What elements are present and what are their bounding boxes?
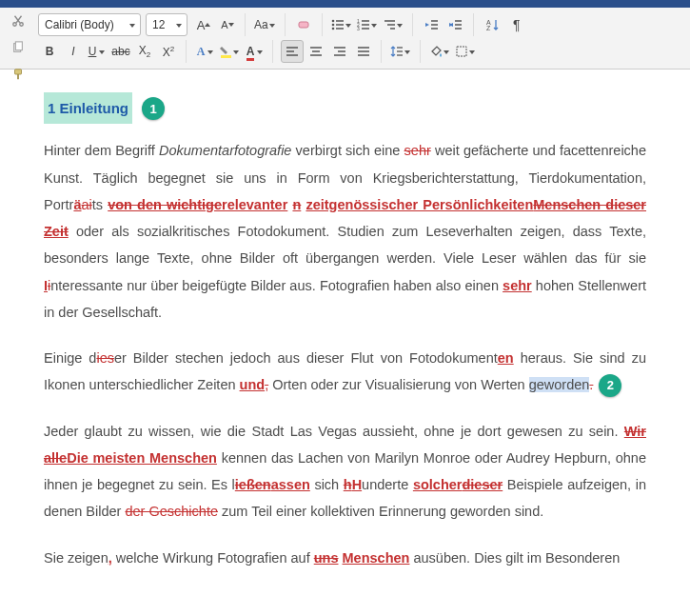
align-right-button[interactable] <box>328 40 351 63</box>
text-format-group: B I U abc X2 X2 <box>38 40 187 63</box>
borders-button[interactable] <box>454 40 479 63</box>
quick-tools <box>6 10 30 86</box>
numbered-list-button[interactable]: 123 <box>356 13 381 36</box>
caret-down-icon <box>228 22 234 28</box>
svg-point-8 <box>331 24 334 27</box>
case-group: Aa <box>253 13 286 36</box>
text: Sie zeigen <box>44 550 108 566</box>
decrease-indent-button[interactable] <box>421 13 444 36</box>
text: Jeder glaubt zu wissen, wie die Stadt La… <box>44 424 624 439</box>
align-group <box>281 40 382 63</box>
superscript-button[interactable]: X2 <box>157 40 180 63</box>
align-center-button[interactable] <box>305 40 327 63</box>
highlight-color-button[interactable] <box>218 40 243 63</box>
text-effects-button[interactable]: A <box>194 40 217 63</box>
decrease-font-button[interactable]: A <box>216 13 239 36</box>
border-icon <box>455 45 468 58</box>
numbered-list-icon: 123 <box>357 19 370 30</box>
font-group: Calibri (Body) 12 A A <box>38 13 246 36</box>
underline-button[interactable]: U <box>86 40 108 63</box>
paragraph-2: Einige dieser Bilder stechen jedoch aus … <box>44 345 646 399</box>
sort-icon: AZ <box>486 18 500 31</box>
window-titlebar <box>0 0 690 8</box>
text: oder als sozialkritisches Fotodokument. … <box>44 224 646 266</box>
svg-rect-3 <box>15 42 22 50</box>
justify-button[interactable] <box>352 40 375 63</box>
outdent-icon <box>425 19 439 30</box>
align-center-icon <box>309 46 323 57</box>
bullet-list-icon <box>331 19 345 30</box>
deleted-underline-text: n <box>292 197 301 212</box>
svg-point-0 <box>13 23 17 27</box>
clear-formatting-button[interactable] <box>293 13 316 36</box>
strike-button[interactable]: abc <box>109 40 132 63</box>
indent-group <box>421 13 474 36</box>
caret-up-icon <box>205 22 210 28</box>
align-left-icon <box>286 46 299 57</box>
text: Einige d <box>44 350 96 366</box>
annotation-badge-1: 1 <box>142 97 165 120</box>
increase-font-button[interactable]: A <box>192 13 215 36</box>
shading-button[interactable] <box>428 40 453 63</box>
svg-rect-5 <box>17 74 19 79</box>
inserted-text: zeitgenössischer Persönlichkeiten <box>306 197 533 212</box>
align-right-icon <box>333 46 346 57</box>
deleted-text: der Geschichte <box>125 504 218 519</box>
cut-button[interactable] <box>7 10 30 32</box>
change-case-button[interactable]: Aa <box>253 13 279 36</box>
copy-button[interactable] <box>7 36 30 59</box>
subscript-button[interactable]: X2 <box>133 40 156 63</box>
clear-group <box>293 13 323 36</box>
svg-rect-4 <box>15 70 22 74</box>
italic-button[interactable]: I <box>62 40 85 63</box>
pilcrow-icon: ¶ <box>513 17 521 32</box>
deleted-text: . <box>589 377 593 392</box>
text: welche Wirkung Fotografien auf <box>112 550 314 566</box>
show-paragraph-button[interactable]: ¶ <box>505 13 528 36</box>
heading-row: 1 Einleitung 1 <box>44 92 646 137</box>
svg-text:Z: Z <box>486 25 491 31</box>
bullet-list-button[interactable] <box>330 13 355 36</box>
font-family-select[interactable]: Calibri (Body) <box>38 13 141 36</box>
line-spacing-button[interactable] <box>389 40 414 63</box>
text: ausüben. Dies gilt im Besonderen <box>409 550 620 566</box>
toolbar-row-1: Calibri (Body) 12 A A Aa 123 <box>38 13 684 36</box>
format-painter-button[interactable] <box>7 63 30 86</box>
font-family-value: Calibri (Body) <box>45 18 114 31</box>
text: zum Teil einer kollektiven Erinnerung ge… <box>218 504 543 519</box>
font-color-button[interactable]: A <box>244 40 266 63</box>
deleted-underline-text: ießen <box>235 477 271 492</box>
align-left-button[interactable] <box>281 40 304 63</box>
highlight-icon <box>219 45 232 58</box>
svg-text:3: 3 <box>357 26 360 30</box>
document-body[interactable]: 1 Einleitung 1 Hinter dem Begriff Dokume… <box>0 70 690 613</box>
eraser-icon <box>297 18 312 31</box>
list-group: 123 <box>330 13 413 36</box>
indent-icon <box>449 19 463 30</box>
multilevel-list-button[interactable] <box>382 13 406 36</box>
sort-para-group: AZ ¶ <box>482 13 534 36</box>
paragraph-3: Jeder glaubt zu wissen, wie die Stadt La… <box>44 418 646 526</box>
font-size-select[interactable]: 12 <box>146 13 187 36</box>
text: nteressante nur über beigefügte Bilder a… <box>50 278 503 293</box>
font-size-value: 12 <box>152 18 165 31</box>
svg-point-1 <box>20 23 24 27</box>
justify-icon <box>357 46 370 57</box>
bold-button[interactable]: B <box>38 40 61 63</box>
sort-button[interactable]: AZ <box>482 13 504 36</box>
svg-rect-30 <box>221 55 231 58</box>
annotation-badge-2: 2 <box>599 374 621 397</box>
inserted-text: ä <box>73 197 81 212</box>
line-spacing-icon <box>390 45 404 58</box>
text-italic: Dokumentarfotografie <box>159 143 291 158</box>
svg-rect-6 <box>299 22 308 28</box>
text: ts <box>92 197 108 212</box>
svg-point-7 <box>331 20 334 23</box>
deleted-text: sehr <box>404 143 431 158</box>
inserted-text: relevanter <box>222 197 287 212</box>
deleted-underline-text: von den wichtige <box>108 197 222 212</box>
increase-indent-button[interactable] <box>444 13 467 36</box>
inserted-text: sehr <box>503 278 532 293</box>
multilevel-list-icon <box>383 19 396 30</box>
inserted-text: Die meisten Menschen <box>67 450 217 466</box>
